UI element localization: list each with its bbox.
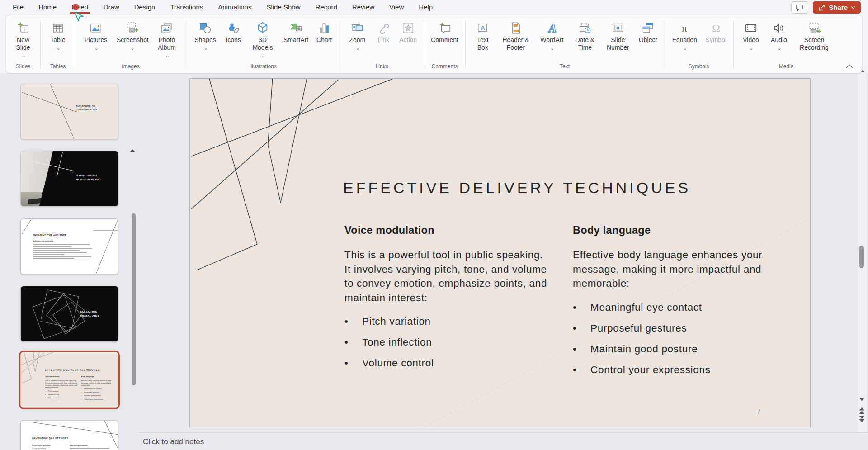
share-chevron-icon [851, 6, 855, 9]
collapse-ribbon-icon[interactable] [846, 64, 853, 68]
equation-icon: π [678, 20, 691, 36]
object-icon [641, 20, 655, 36]
menu-tab-slide-show[interactable]: Slide Show [266, 3, 300, 11]
chart-button[interactable]: Chart [312, 18, 336, 44]
screenshot-icon [125, 20, 139, 36]
audio-icon [772, 20, 786, 36]
comment-bubble-icon [796, 4, 804, 11]
screenshot-button[interactable]: Screenshot ⌄ [113, 18, 151, 52]
menu-tab-review[interactable]: Review [352, 3, 374, 11]
comments-button[interactable] [791, 1, 808, 14]
new-slide-button[interactable]: New Slide ⌄ [9, 18, 37, 60]
share-button[interactable]: Share [813, 1, 861, 14]
menu-tab-home[interactable]: Home [38, 3, 57, 11]
ribbon-group-links: Zoom ⌄ Link Action Links [340, 15, 424, 73]
slide-thumbnail-7[interactable]: EFFECTIVE DELIVERY TECHNIQUES Voice modu… [20, 352, 118, 408]
decorative-lines [21, 84, 118, 140]
bullet-item: Tone inflection [344, 336, 552, 349]
menu-tab-transitions[interactable]: Transitions [170, 3, 203, 11]
new-slide-icon [16, 20, 30, 36]
video-button[interactable]: Video ⌄ [737, 18, 764, 52]
sidebar-scroll-up-icon[interactable] [129, 148, 136, 152]
svg-text:π: π [682, 22, 687, 34]
previous-slide-icon[interactable] [859, 407, 865, 414]
menu-tab-design[interactable]: Design [134, 3, 156, 11]
share-icon [818, 4, 826, 11]
slide-number-icon: # [611, 20, 625, 36]
comment-icon [438, 20, 452, 36]
icons-button[interactable]: Icons [222, 18, 245, 44]
next-slide-icon[interactable] [859, 416, 865, 422]
smartart-button[interactable]: SmartArt [280, 18, 311, 44]
ribbon-group-slides: New Slide ⌄ Slides [6, 15, 40, 73]
column-heading: Body language [573, 224, 777, 237]
ribbon-group-symbols: π Equation ⌄ Ω Symbol Symbols [664, 15, 733, 73]
sidebar-scrollbar-thumb[interactable] [132, 213, 136, 385]
slide-thumbnail-5[interactable]: ENGAGING THE AUDIENCE Techniques for con… [20, 218, 118, 275]
click-indicator-dot [72, 4, 79, 10]
icons-icon [226, 20, 240, 36]
3d-models-icon [256, 20, 269, 36]
slide-title[interactable]: EFFECTIVE DELIVERY TECHNIQUES [343, 179, 691, 197]
column-heading: Voice modulation [344, 224, 552, 237]
slide-thumbnail-6[interactable]: SELECTING VISUAL AIDS [20, 286, 118, 342]
slide-number-button[interactable]: # Slide Number [601, 18, 635, 52]
photo-album-icon [160, 20, 174, 36]
table-button[interactable]: Table ⌄ [44, 18, 71, 52]
menu-tab-animations[interactable]: Animations [218, 3, 251, 11]
menu-tab-record[interactable]: Record [315, 3, 337, 11]
menu-tab-draw[interactable]: Draw [104, 3, 119, 11]
thumbnail-body-placeholder [33, 244, 96, 261]
menu-tab-help[interactable]: Help [419, 3, 433, 11]
svg-text:#: # [617, 25, 620, 31]
slide-thumbnail-3[interactable]: THE POWER OF COMMUNICATION [20, 84, 118, 140]
slide-thumbnail-4[interactable]: OVERCOMING NERVOUSNESS [20, 151, 118, 207]
svg-text:A: A [547, 22, 557, 35]
header-footer-button[interactable]: Header & Footer [497, 18, 534, 52]
slide-canvas[interactable]: EFFECTIVE DELIVERY TECHNIQUES Voice modu… [189, 78, 811, 427]
vertical-scrollbar-thumb[interactable] [859, 246, 864, 268]
mini-slide-7: EFFECTIVE DELIVERY TECHNIQUES Voice modu… [21, 352, 118, 408]
notes-placeholder[interactable]: Click to add notes [143, 437, 204, 446]
text-box-button[interactable]: A Text Box [469, 18, 496, 52]
date-time-icon [578, 20, 592, 36]
column-paragraph: This is a powerful tool in public speaki… [344, 248, 552, 305]
object-button[interactable]: Object [636, 18, 660, 44]
pictures-button[interactable]: Pictures ⌄ [79, 18, 113, 52]
chart-icon [317, 20, 331, 36]
zoom-button[interactable]: Zoom ⌄ [344, 18, 371, 52]
ribbon-group-media: Video ⌄ Audio ⌄ Screen Recording Media [734, 15, 839, 73]
video-icon [744, 20, 758, 36]
menu-tab-file[interactable]: File [13, 3, 24, 11]
wordart-button[interactable]: A WordArt ⌄ [535, 18, 569, 52]
equation-button[interactable]: π Equation ⌄ [668, 18, 701, 52]
group-label-tables: Tables [44, 62, 71, 73]
bullet-item: Control your expressions [573, 363, 777, 377]
wordart-icon: A [545, 20, 559, 36]
3d-models-button[interactable]: 3D Models ⌄ [246, 18, 279, 60]
bullet-item: Pitch variation [344, 315, 552, 328]
group-label-slides: Slides [9, 62, 37, 73]
screen-recording-button[interactable]: Screen Recording [793, 18, 835, 52]
body-language-column[interactable]: Body language Effective body language en… [573, 224, 777, 384]
zoom-icon [350, 20, 364, 36]
group-label-symbols: Symbols [668, 62, 730, 73]
comment-button[interactable]: Comment [428, 18, 462, 44]
audio-button[interactable]: Audio ⌄ [765, 18, 793, 52]
action-icon [401, 20, 415, 36]
date-time-button[interactable]: Date & Time [570, 18, 600, 52]
ribbon: New Slide ⌄ Slides Table ⌄ Tables Pictur… [5, 15, 863, 73]
slide-thumbnail-8[interactable]: NAVIGATING Q&A SESSIONS Preparing for qu… [20, 420, 118, 450]
share-label: Share [829, 4, 848, 11]
header-footer-icon [509, 20, 523, 36]
photo-album-button[interactable]: Photo Album ⌄ [151, 18, 182, 60]
vertical-scrollbar[interactable] [858, 67, 866, 432]
menu-tab-view[interactable]: View [389, 3, 404, 11]
scroll-down-icon[interactable] [859, 398, 865, 401]
voice-modulation-column[interactable]: Voice modulation This is a powerful tool… [344, 224, 552, 377]
ribbon-group-tables: Table ⌄ Tables [41, 15, 75, 73]
shapes-button[interactable]: Shapes ⌄ [190, 18, 221, 52]
notes-pane[interactable]: Click to add notes [139, 432, 868, 450]
smartart-icon [289, 20, 303, 36]
bullet-item: Volume control [344, 356, 552, 370]
